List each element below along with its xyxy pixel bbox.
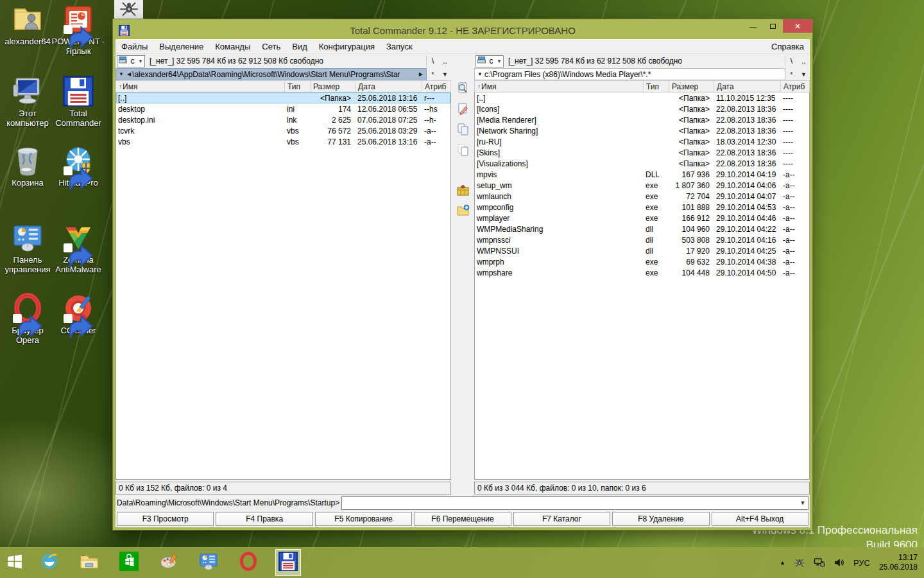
taskbar-start-button[interactable] <box>0 547 30 578</box>
file-row[interactable]: wmlaunchexe72 70429.10.2014 04:07-a-- <box>475 191 809 202</box>
taskbar-paint-button[interactable] <box>149 547 189 578</box>
file-row[interactable]: WMPNSSUIdll17 92029.10.2014 04:25-a-- <box>475 245 809 256</box>
scroll-left-icon[interactable]: ◀ <box>127 71 131 77</box>
file-row[interactable]: [Visualizations]<Папка>22.08.2013 18:36-… <box>475 158 809 169</box>
desktop-icon-recycle[interactable]: Корзина <box>0 145 55 188</box>
fkey-button[interactable]: F7 Каталог <box>513 512 610 526</box>
desktop-icon-hitman[interactable]: HitmanPro <box>51 145 106 188</box>
hidden-icons-button[interactable]: ▲ <box>780 559 785 566</box>
taskbar-internet-explorer-button[interactable] <box>30 547 69 578</box>
file-row[interactable]: wmplayerexe166 91229.10.2014 04:46-a-- <box>475 213 809 223</box>
favorites-button[interactable]: * <box>427 71 439 78</box>
menu-item[interactable]: Запуск <box>381 40 418 53</box>
desktop-icon-opera[interactable]: Браузер Opera <box>0 293 55 345</box>
column-header-attr[interactable]: Атриб <box>781 81 809 92</box>
up-button[interactable]: .. <box>798 56 810 66</box>
file-row[interactable]: [Icons]<Папка>22.08.2013 18:36---- <box>475 103 809 114</box>
history-dropdown-icon[interactable]: ▼ <box>477 71 483 77</box>
minimize-button[interactable]: — <box>743 19 763 33</box>
desktop-icon-computer[interactable]: Этот компьютер <box>0 76 55 128</box>
drive-combo[interactable]: c▼ <box>117 55 145 67</box>
path-bar[interactable]: ▼◀\alexander64\AppData\Roaming\Microsoft… <box>116 68 427 80</box>
file-row[interactable]: wmpnsscidll503 80829.10.2014 04:16-a-- <box>475 234 809 245</box>
file-row[interactable]: [Network Sharing]<Папка>22.08.2013 18:36… <box>475 125 809 136</box>
menu-item[interactable]: Сеть <box>256 40 286 53</box>
menu-help[interactable]: Справка <box>766 40 810 53</box>
drive-combo[interactable]: c▼ <box>475 55 504 67</box>
root-button[interactable]: \ <box>785 56 798 66</box>
file-row[interactable]: vbsvbs77 13125.06.2018 13:16-a-- <box>116 136 450 147</box>
file-row[interactable]: [..]<Папка>25.06.2018 13:16r--- <box>116 92 450 103</box>
move-button[interactable] <box>454 143 471 159</box>
file-row[interactable]: [ru-RU]<Папка>18.03.2014 12:30---- <box>475 136 809 147</box>
taskbar-control-panel-button[interactable] <box>189 547 228 578</box>
menu-item[interactable]: Команды <box>209 40 256 53</box>
fkey-button[interactable]: F8 Удаление <box>612 512 709 526</box>
file-row[interactable]: wmprphexe69 63229.10.2014 04:38-a-- <box>475 256 809 267</box>
desktop-icon-powerpoint[interactable]: POWERPNT - Ярлык <box>51 4 106 56</box>
fkey-button[interactable]: F4 Правка <box>216 512 312 526</box>
desktop-icon-user-folder[interactable]: alexander64 <box>0 4 55 46</box>
up-button[interactable]: .. <box>439 56 451 66</box>
file-row[interactable]: mpvisDLL167 93629.10.2014 04:19-a-- <box>475 169 809 180</box>
path-dropdown-button[interactable]: ▼ <box>439 71 451 78</box>
command-history-dropdown-icon[interactable]: ▼ <box>798 500 808 506</box>
file-row[interactable]: [..]<Папка>11.10.2015 12:35---- <box>475 92 809 103</box>
desktop-icon-zemana[interactable]: Zemana AntiMalware <box>51 222 106 274</box>
file-row[interactable]: setup_wmexe1 807 36029.10.2014 04:06-a-- <box>475 180 809 191</box>
root-button[interactable]: \ <box>427 56 439 66</box>
column-header-name[interactable]: ↑Имя <box>475 81 644 92</box>
file-row[interactable]: tcvrkvbs76 57225.06.2018 03:29-a-- <box>116 125 450 136</box>
file-row[interactable]: desktopini17412.06.2018 06:55--hs <box>116 103 450 114</box>
path-bar[interactable]: ▼c:\Program Files (x86)\Windows Media Pl… <box>474 68 785 80</box>
path-dropdown-button[interactable]: ▼ <box>798 71 810 78</box>
column-header-type[interactable]: Тип <box>644 81 669 92</box>
history-dropdown-icon[interactable]: ▼ <box>119 71 124 77</box>
taskbar-file-explorer-button[interactable] <box>69 547 109 578</box>
file-row[interactable]: desktop.inilnk2 62507.06.2018 07:25--h- <box>116 114 450 125</box>
file-row[interactable]: [Skins]<Папка>22.08.2013 18:36---- <box>475 147 809 158</box>
volume-icon[interactable] <box>834 557 845 568</box>
drive-icon <box>477 57 486 66</box>
menu-item[interactable]: Вид <box>286 40 313 53</box>
desktop-icon-control-panel[interactable]: Панель управления <box>0 222 55 274</box>
taskbar-opera-button[interactable] <box>228 547 268 578</box>
network-icon[interactable] <box>814 557 825 568</box>
maximize-button[interactable] <box>763 19 783 33</box>
language-indicator[interactable]: РУС <box>853 558 870 568</box>
desktop-icon-floppy[interactable]: Total Commander <box>51 76 106 128</box>
menu-item[interactable]: Файлы <box>116 40 153 53</box>
fkey-button[interactable]: Alt+F4 Выход <box>712 512 809 526</box>
edit-button[interactable] <box>454 101 471 118</box>
file-row[interactable]: wmpshareexe104 44829.10.2014 04:50-a-- <box>475 267 809 278</box>
pack-button[interactable] <box>454 182 471 199</box>
column-header-date[interactable]: Дата <box>714 81 781 92</box>
menu-item[interactable]: Выделение <box>153 40 209 53</box>
scroll-right-icon[interactable]: ▶ <box>419 71 423 77</box>
fkey-button[interactable]: F6 Перемещение <box>414 512 511 526</box>
command-line-input[interactable] <box>342 498 798 509</box>
view-button[interactable] <box>454 81 471 98</box>
file-row[interactable]: WMPMediaSharingdll104 96029.10.2014 04:2… <box>475 223 809 234</box>
drweb-tray-icon[interactable] <box>794 557 805 568</box>
new-folder-button[interactable] <box>454 203 471 220</box>
title-bar[interactable]: Total Commander 9.12 - НЕ ЗАРЕГИСТРИРОВА… <box>116 22 810 39</box>
file-row[interactable]: [Media Renderer]<Папка>22.08.2013 18:36-… <box>475 114 809 125</box>
column-header-name[interactable]: ↑Имя <box>116 81 285 92</box>
column-header-size[interactable]: Размер <box>669 81 714 92</box>
menu-item[interactable]: Конфигурация <box>313 40 381 53</box>
favorites-button[interactable]: * <box>785 71 798 78</box>
column-header-size[interactable]: Размер <box>311 81 355 92</box>
file-row[interactable]: wmpconfigexe101 88829.10.2014 04:53-a-- <box>475 202 809 213</box>
desktop-icon-ccleaner[interactable]: CCleaner <box>51 293 106 335</box>
close-button[interactable]: ✕ <box>783 19 812 33</box>
column-header-type[interactable]: Тип <box>285 81 311 92</box>
taskbar-windows-store-button[interactable] <box>109 547 149 578</box>
taskbar-clock[interactable]: 13:17 25.06.2018 <box>879 553 918 572</box>
column-header-attr[interactable]: Атриб <box>422 81 450 92</box>
copy-button[interactable] <box>454 122 471 139</box>
fkey-button[interactable]: F3 Просмотр <box>117 512 214 526</box>
column-header-date[interactable]: Дата <box>355 81 422 92</box>
fkey-button[interactable]: F5 Копирование <box>315 512 412 526</box>
taskbar-total-commander-button[interactable] <box>268 547 308 578</box>
